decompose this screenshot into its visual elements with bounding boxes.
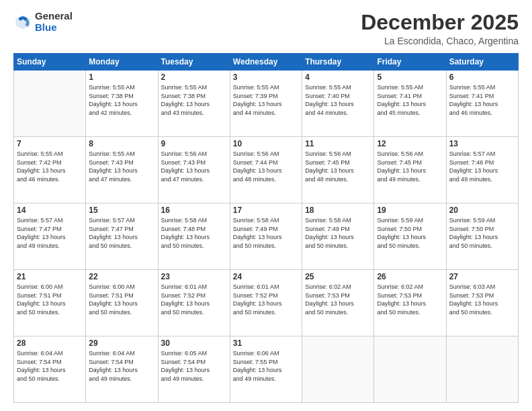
day-info: Sunrise: 5:58 AM Sunset: 7:49 PM Dayligh… bbox=[305, 216, 371, 250]
day-info: Sunrise: 5:56 AM Sunset: 7:45 PM Dayligh… bbox=[377, 150, 443, 183]
day-info: Sunrise: 5:56 AM Sunset: 7:45 PM Dayligh… bbox=[305, 150, 371, 183]
calendar-cell: 13Sunrise: 5:57 AM Sunset: 7:46 PM Dayli… bbox=[446, 137, 518, 203]
day-number: 28 bbox=[17, 338, 83, 348]
calendar-cell: 29Sunrise: 6:04 AM Sunset: 7:54 PM Dayli… bbox=[86, 336, 158, 403]
logo-icon bbox=[13, 13, 32, 32]
day-info: Sunrise: 5:59 AM Sunset: 7:50 PM Dayligh… bbox=[449, 216, 515, 250]
day-number: 6 bbox=[449, 73, 515, 82]
day-info: Sunrise: 6:00 AM Sunset: 7:51 PM Dayligh… bbox=[89, 283, 154, 316]
title-block: December 2025 La Escondida, Chaco, Argen… bbox=[361, 11, 519, 46]
day-number: 11 bbox=[305, 139, 371, 148]
calendar-cell: 14Sunrise: 5:57 AM Sunset: 7:47 PM Dayli… bbox=[14, 203, 86, 270]
calendar-cell: 2Sunrise: 5:55 AM Sunset: 7:38 PM Daylig… bbox=[158, 71, 230, 137]
day-number: 12 bbox=[377, 139, 443, 148]
col-tuesday: Tuesday bbox=[158, 54, 230, 71]
calendar-cell: 8Sunrise: 5:55 AM Sunset: 7:43 PM Daylig… bbox=[86, 137, 158, 203]
day-info: Sunrise: 5:55 AM Sunset: 7:39 PM Dayligh… bbox=[233, 83, 299, 117]
day-number: 5 bbox=[377, 73, 443, 82]
calendar-cell: 18Sunrise: 5:58 AM Sunset: 7:49 PM Dayli… bbox=[302, 203, 374, 270]
calendar-cell: 25Sunrise: 6:02 AM Sunset: 7:53 PM Dayli… bbox=[302, 270, 374, 336]
calendar-cell: 30Sunrise: 6:05 AM Sunset: 7:54 PM Dayli… bbox=[158, 336, 230, 403]
day-info: Sunrise: 5:59 AM Sunset: 7:50 PM Dayligh… bbox=[377, 216, 443, 250]
day-number: 25 bbox=[305, 272, 371, 281]
day-info: Sunrise: 5:57 AM Sunset: 7:47 PM Dayligh… bbox=[17, 216, 83, 250]
calendar-cell: 12Sunrise: 5:56 AM Sunset: 7:45 PM Dayli… bbox=[374, 137, 446, 203]
day-number: 2 bbox=[161, 73, 227, 82]
day-info: Sunrise: 5:56 AM Sunset: 7:43 PM Dayligh… bbox=[161, 150, 227, 183]
day-number: 31 bbox=[233, 338, 299, 348]
day-number: 22 bbox=[89, 272, 154, 281]
day-info: Sunrise: 5:55 AM Sunset: 7:40 PM Dayligh… bbox=[305, 83, 371, 117]
day-info: Sunrise: 5:58 AM Sunset: 7:49 PM Dayligh… bbox=[233, 216, 299, 250]
day-info: Sunrise: 5:55 AM Sunset: 7:41 PM Dayligh… bbox=[449, 83, 515, 117]
day-info: Sunrise: 6:05 AM Sunset: 7:54 PM Dayligh… bbox=[161, 349, 227, 383]
day-info: Sunrise: 5:57 AM Sunset: 7:47 PM Dayligh… bbox=[89, 216, 154, 250]
day-info: Sunrise: 6:00 AM Sunset: 7:51 PM Dayligh… bbox=[17, 283, 83, 316]
calendar-cell: 15Sunrise: 5:57 AM Sunset: 7:47 PM Dayli… bbox=[86, 203, 158, 270]
calendar-cell: 23Sunrise: 6:01 AM Sunset: 7:52 PM Dayli… bbox=[158, 270, 230, 336]
day-number: 10 bbox=[233, 139, 299, 148]
day-info: Sunrise: 6:04 AM Sunset: 7:54 PM Dayligh… bbox=[89, 349, 154, 383]
day-number: 9 bbox=[161, 139, 227, 148]
day-number: 4 bbox=[305, 73, 371, 82]
col-thursday: Thursday bbox=[302, 54, 374, 71]
day-info: Sunrise: 6:06 AM Sunset: 7:55 PM Dayligh… bbox=[233, 349, 299, 383]
logo-general: General bbox=[35, 11, 73, 22]
calendar-cell: 3Sunrise: 5:55 AM Sunset: 7:39 PM Daylig… bbox=[230, 71, 302, 137]
day-number: 20 bbox=[449, 205, 515, 215]
day-info: Sunrise: 6:02 AM Sunset: 7:53 PM Dayligh… bbox=[305, 283, 371, 316]
logo-text: General Blue bbox=[35, 11, 73, 33]
calendar-cell bbox=[374, 336, 446, 403]
col-friday: Friday bbox=[374, 54, 446, 71]
day-number: 16 bbox=[161, 205, 227, 215]
logo: General Blue bbox=[13, 11, 73, 33]
day-info: Sunrise: 5:58 AM Sunset: 7:48 PM Dayligh… bbox=[161, 216, 227, 250]
week-row-3: 14Sunrise: 5:57 AM Sunset: 7:47 PM Dayli… bbox=[14, 203, 519, 270]
col-monday: Monday bbox=[86, 54, 158, 71]
day-info: Sunrise: 5:55 AM Sunset: 7:38 PM Dayligh… bbox=[89, 83, 154, 117]
calendar-cell: 28Sunrise: 6:04 AM Sunset: 7:54 PM Dayli… bbox=[14, 336, 86, 403]
calendar-cell: 24Sunrise: 6:01 AM Sunset: 7:52 PM Dayli… bbox=[230, 270, 302, 336]
week-row-4: 21Sunrise: 6:00 AM Sunset: 7:51 PM Dayli… bbox=[14, 270, 519, 336]
day-number: 27 bbox=[449, 272, 515, 281]
col-sunday: Sunday bbox=[14, 54, 86, 71]
week-row-5: 28Sunrise: 6:04 AM Sunset: 7:54 PM Dayli… bbox=[14, 336, 519, 403]
day-info: Sunrise: 6:01 AM Sunset: 7:52 PM Dayligh… bbox=[161, 283, 227, 316]
calendar-cell: 9Sunrise: 5:56 AM Sunset: 7:43 PM Daylig… bbox=[158, 137, 230, 203]
calendar-cell: 7Sunrise: 5:55 AM Sunset: 7:42 PM Daylig… bbox=[14, 137, 86, 203]
day-number: 17 bbox=[233, 205, 299, 215]
calendar-cell: 19Sunrise: 5:59 AM Sunset: 7:50 PM Dayli… bbox=[374, 203, 446, 270]
day-info: Sunrise: 5:57 AM Sunset: 7:46 PM Dayligh… bbox=[449, 150, 515, 183]
calendar-cell: 31Sunrise: 6:06 AM Sunset: 7:55 PM Dayli… bbox=[230, 336, 302, 403]
header-row: Sunday Monday Tuesday Wednesday Thursday… bbox=[14, 54, 519, 71]
day-number: 19 bbox=[377, 205, 443, 215]
day-number: 23 bbox=[161, 272, 227, 281]
day-info: Sunrise: 6:01 AM Sunset: 7:52 PM Dayligh… bbox=[233, 283, 299, 316]
calendar-cell bbox=[446, 336, 518, 403]
day-info: Sunrise: 5:55 AM Sunset: 7:43 PM Dayligh… bbox=[89, 150, 154, 183]
calendar-cell: 4Sunrise: 5:55 AM Sunset: 7:40 PM Daylig… bbox=[302, 71, 374, 137]
calendar-cell: 26Sunrise: 6:02 AM Sunset: 7:53 PM Dayli… bbox=[374, 270, 446, 336]
day-info: Sunrise: 5:55 AM Sunset: 7:38 PM Dayligh… bbox=[161, 83, 227, 117]
week-row-1: 1Sunrise: 5:55 AM Sunset: 7:38 PM Daylig… bbox=[14, 71, 519, 137]
col-saturday: Saturday bbox=[446, 54, 518, 71]
day-number: 21 bbox=[17, 272, 83, 281]
day-info: Sunrise: 6:02 AM Sunset: 7:53 PM Dayligh… bbox=[377, 283, 443, 316]
day-number: 3 bbox=[233, 73, 299, 82]
day-info: Sunrise: 6:03 AM Sunset: 7:53 PM Dayligh… bbox=[449, 283, 515, 316]
day-number: 15 bbox=[89, 205, 154, 215]
day-info: Sunrise: 5:56 AM Sunset: 7:44 PM Dayligh… bbox=[233, 150, 299, 183]
subtitle: La Escondida, Chaco, Argentina bbox=[361, 36, 519, 46]
calendar-cell: 27Sunrise: 6:03 AM Sunset: 7:53 PM Dayli… bbox=[446, 270, 518, 336]
col-wednesday: Wednesday bbox=[230, 54, 302, 71]
calendar-cell: 1Sunrise: 5:55 AM Sunset: 7:38 PM Daylig… bbox=[86, 71, 158, 137]
day-number: 13 bbox=[449, 139, 515, 148]
day-info: Sunrise: 5:55 AM Sunset: 7:42 PM Dayligh… bbox=[17, 150, 83, 183]
header: General Blue December 2025 La Escondida,… bbox=[13, 11, 519, 46]
day-number: 26 bbox=[377, 272, 443, 281]
day-number: 18 bbox=[305, 205, 371, 215]
day-number: 8 bbox=[89, 139, 154, 148]
day-number: 24 bbox=[233, 272, 299, 281]
day-number: 1 bbox=[89, 73, 154, 82]
day-info: Sunrise: 5:55 AM Sunset: 7:41 PM Dayligh… bbox=[377, 83, 443, 117]
